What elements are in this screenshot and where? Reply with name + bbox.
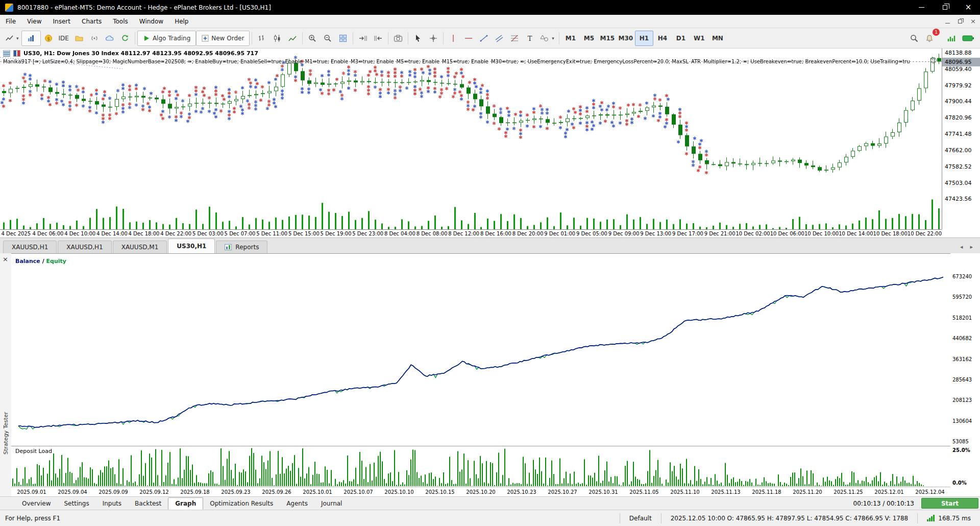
text-tool[interactable]: T [522,31,537,46]
tile-windows-button[interactable] [335,31,351,46]
bars-mode-button[interactable] [254,31,270,46]
start-button[interactable]: Start [921,498,978,509]
ea-status-icon[interactable]: ☺ [930,57,937,64]
zoom-in-button[interactable] [305,31,320,46]
tester-tab-graph[interactable]: Graph [168,497,203,510]
close-button[interactable]: × [957,0,980,15]
connection-status-button[interactable] [960,31,977,46]
auto-scroll-button[interactable] [355,31,371,46]
candles-mode-icon [273,34,281,42]
tester-tab-backtest[interactable]: Backtest [128,498,168,509]
chart-tab-xauusd-m1[interactable]: XAUUSD,M1 [113,241,167,253]
menu-item-charts[interactable]: Charts [76,15,107,28]
timeframe-mn[interactable]: MN [708,31,727,46]
chart-area[interactable]: US30, H1: Dow Jones 30 Index 48112.97 48… [0,49,980,237]
menu-bar: FileViewInsertChartsToolsWindowHelp × [0,15,980,28]
broadcast-button[interactable] [87,31,102,46]
algo-trading-label: Algo Trading [153,35,190,42]
menu-item-view[interactable]: View [21,15,47,28]
child-minimize-button[interactable] [945,18,950,25]
tester-tab-optimization-results[interactable]: Optimization Results [203,498,280,509]
crosshair-tool-button[interactable] [426,31,441,46]
timeframe-m15[interactable]: M15 [598,31,617,46]
chart-shift-icon [374,34,383,42]
auto-scroll-icon [358,34,368,42]
open-data-folder-button[interactable] [71,31,87,46]
one-click-trading-icon[interactable] [3,50,10,57]
time-axis-label: 10 Dec 10:00 [804,231,839,236]
screenshot-button[interactable] [390,31,406,46]
child-close-button[interactable]: × [970,18,976,25]
timeframe-w1[interactable]: W1 [690,31,708,46]
menu-item-insert[interactable]: Insert [47,15,76,28]
zoom-out-button[interactable] [320,31,335,46]
shapes-tool[interactable]: ▾ [537,31,557,46]
tester-x-label: 2025.11.25 [828,489,869,495]
price-axis[interactable]: 48138.8848059.4047979.9247900.4447820.96… [942,49,980,229]
chart-tab-xauusd-h1[interactable]: XAUUSD,H1 [3,241,57,253]
timeframe-h1[interactable]: H1 [635,31,653,46]
fibonacci-tool[interactable] [507,31,522,46]
balance-equity-graph[interactable]: Balance / Equity [11,253,950,446]
tester-x-label: 2025.09.23 [215,489,256,495]
time-axis-label: 9 Dec 09:00 [608,231,640,236]
market-watch-button[interactable]: $ [41,31,56,46]
close-tester-button[interactable]: × [3,255,8,263]
new-chart-button[interactable]: ▾ [3,31,21,46]
tester-tab-agents[interactable]: Agents [280,498,314,509]
cloud-button[interactable] [102,31,117,46]
minimize-button[interactable] [910,0,933,15]
algo-trading-button[interactable]: Algo Trading [137,31,196,46]
chart-flag-icon[interactable] [13,50,20,57]
deposit-load-graph[interactable]: Deposit Load [11,446,950,487]
vertical-line-tool[interactable] [446,31,461,46]
profiles-button[interactable] [21,31,41,46]
channel-tool[interactable] [492,31,507,46]
timeframe-m5[interactable]: M5 [580,31,598,46]
time-axis-label: 9 Dec 05:00 [576,231,608,236]
time-axis[interactable]: 4 Dec 20254 Dec 06:004 Dec 10:004 Dec 14… [0,229,942,237]
trendline-tool[interactable] [476,31,492,46]
timeframe-h4[interactable]: H4 [653,31,672,46]
tester-tab-settings[interactable]: Settings [58,498,96,509]
horizontal-line-tool[interactable] [461,31,476,46]
tester-tab-journal[interactable]: Journal [314,498,349,509]
tester-x-label: 2025.11.13 [705,489,746,495]
tester-x-axis: 2025.09.012025.09.042025.09.092025.09.12… [11,487,950,496]
menu-item-tools[interactable]: Tools [107,15,134,28]
chart-tab-label: XAUUSD,H1 [66,244,103,251]
menu-item-window[interactable]: Window [134,15,169,28]
ide-button[interactable]: IDE [56,31,71,46]
tester-tab-inputs[interactable]: Inputs [96,498,128,509]
tester-tab-overview[interactable]: Overview [15,498,58,509]
tester-x-label: 2025.12.04 [910,489,950,495]
new-order-button[interactable]: New Order [196,31,250,46]
child-restore-button[interactable] [958,18,962,25]
chart-tab-us30-h1[interactable]: US30,H1 [168,238,215,253]
cursor-tool-button[interactable] [410,31,426,46]
timeframe-m1[interactable]: M1 [561,31,580,46]
market-overview-button[interactable] [944,31,960,46]
tester-x-label: 2025.09.12 [134,489,175,495]
chart-tab-label: XAUUSD,M1 [121,244,159,251]
refresh-button[interactable] [117,31,133,46]
tab-scroll-left-icon[interactable]: ◂ [960,244,963,250]
legend-equity: Equity [46,258,66,265]
timeframe-m30[interactable]: M30 [617,31,635,46]
menu-item-help[interactable]: Help [169,15,194,28]
line-mode-button[interactable] [285,31,300,46]
chart-tab-xauusd-h1[interactable]: XAUUSD,H1 [58,241,111,253]
tester-x-label: 2025.10.07 [338,489,379,495]
chart-tab-reports[interactable]: Reports [216,241,267,253]
candles-mode-button[interactable] [270,31,285,46]
notifications-button[interactable]: 1 [922,31,937,46]
search-button[interactable] [906,31,922,46]
tab-scroll-right-icon[interactable]: ▸ [970,244,973,250]
restore-button[interactable] [933,0,957,15]
chart-shift-button[interactable] [371,31,386,46]
menu-item-file[interactable]: File [0,15,21,28]
timeframe-d1[interactable]: D1 [672,31,690,46]
time-axis-label: 4 Dec 22:00 [160,231,192,236]
status-profile[interactable]: Default [620,515,661,522]
candlestick-chart[interactable] [0,49,942,229]
